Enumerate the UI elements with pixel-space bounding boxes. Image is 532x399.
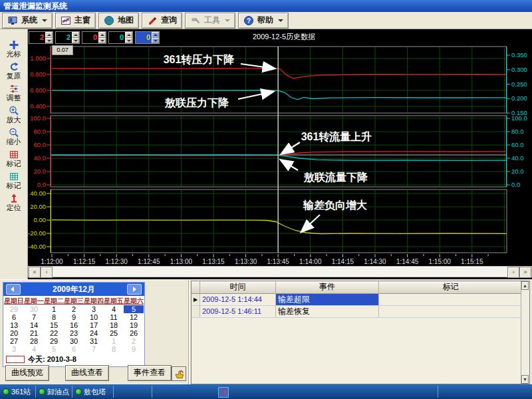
calendar-day[interactable]: 10 bbox=[84, 313, 104, 321]
cursor-cross-icon bbox=[9, 40, 19, 50]
sidebar-item-zoom-in[interactable]: 放大 bbox=[1, 106, 27, 125]
curve-preview-button[interactable]: 曲线预览 bbox=[5, 365, 49, 381]
toolbar-button-system[interactable]: 系统 bbox=[2, 13, 53, 29]
toolbar-button-map[interactable]: 地图 bbox=[98, 13, 139, 29]
chevron-down-icon bbox=[225, 19, 230, 22]
calendar-day[interactable]: 14 bbox=[24, 321, 44, 329]
calendar-next-button[interactable] bbox=[127, 284, 142, 295]
calendar-day[interactable]: 20 bbox=[4, 329, 24, 337]
sidebar-item-restore[interactable]: 复原 bbox=[1, 62, 27, 81]
calendar-day[interactable]: 19 bbox=[124, 321, 144, 329]
sidebar-item-label: 定位 bbox=[7, 203, 21, 212]
calendar-day[interactable]: 25 bbox=[104, 329, 124, 337]
sidebar-item-label: 标记 bbox=[7, 182, 21, 190]
svg-text:1:13:00: 1:13:00 bbox=[170, 258, 193, 265]
calendar-day[interactable]: 9 bbox=[64, 313, 84, 321]
toolbar-button-help[interactable]: ? 帮助 bbox=[238, 13, 289, 29]
sidebar-item-mark-cyan[interactable]: 标记 bbox=[1, 172, 27, 191]
column-header[interactable]: 标记 bbox=[379, 281, 523, 294]
svg-text:1.000: 1.000 bbox=[30, 55, 46, 62]
calendar-day[interactable]: 8 bbox=[104, 345, 124, 353]
svg-text:1:12:45: 1:12:45 bbox=[138, 258, 160, 265]
window-title: 管道泄漏监测系统 bbox=[3, 1, 67, 11]
events-scrollbar[interactable]: ▲ ▼ bbox=[521, 281, 529, 384]
calendar-day[interactable]: 7 bbox=[84, 345, 104, 353]
mark-red-icon bbox=[9, 150, 19, 160]
calendar-day[interactable]: 2 bbox=[64, 305, 84, 313]
calendar-day[interactable]: 31 bbox=[84, 337, 104, 345]
calendar-day[interactable]: 23 bbox=[64, 329, 84, 337]
sidebar-item-zoom-out[interactable]: 缩小 bbox=[1, 128, 27, 147]
svg-text:0.400: 0.400 bbox=[30, 102, 46, 110]
column-header[interactable]: 时间 bbox=[200, 281, 276, 294]
calendar-day[interactable]: 22 bbox=[44, 329, 64, 337]
svg-text:0.800: 0.800 bbox=[30, 70, 46, 78]
calendar-day[interactable]: 18 bbox=[104, 321, 124, 329]
toolbar-button-query[interactable]: 查询 bbox=[142, 13, 182, 29]
calendar-day[interactable]: 17 bbox=[84, 321, 104, 329]
calendar-day[interactable]: 9 bbox=[124, 345, 144, 353]
calendar-day[interactable]: 28 bbox=[24, 337, 44, 345]
calendar-day[interactable]: 3 bbox=[4, 345, 24, 353]
calendar-day[interactable]: 1 bbox=[104, 337, 124, 345]
calendar-day[interactable]: 2 bbox=[124, 337, 144, 345]
sidebar-item-cursor[interactable]: 光标 bbox=[1, 40, 27, 59]
calendar-day[interactable]: 30 bbox=[64, 337, 84, 345]
chart-scrollbar[interactable]: « ‹ › » bbox=[28, 266, 532, 277]
calendar-weekday-label: 星期五 bbox=[104, 297, 124, 305]
sidebar-item-mark-red[interactable]: 标记 bbox=[1, 150, 27, 169]
svg-text:361转压力下降: 361转压力下降 bbox=[164, 54, 235, 65]
calendar-day[interactable]: 8 bbox=[44, 313, 64, 321]
calendar-prev-button[interactable] bbox=[6, 284, 21, 295]
calendar-day[interactable]: 21 bbox=[24, 329, 44, 337]
calendar-day[interactable]: 12 bbox=[124, 313, 144, 321]
svg-text:1:14:15: 1:14:15 bbox=[332, 258, 354, 265]
sidebar-item-adjust[interactable]: 调整 bbox=[1, 84, 27, 103]
calendar-day[interactable]: 11 bbox=[104, 313, 124, 321]
calendar-day[interactable]: 6 bbox=[64, 345, 84, 353]
status-divider bbox=[72, 386, 72, 398]
scroll-last-button[interactable]: » bbox=[519, 267, 531, 278]
sidebar-item-locate[interactable]: 定位 bbox=[1, 194, 27, 213]
scroll-right-button[interactable]: › bbox=[507, 267, 519, 278]
svg-text:100.0: 100.0 bbox=[511, 114, 527, 122]
calendar-day[interactable]: 4 bbox=[104, 305, 124, 313]
calendar-day[interactable]: 29 bbox=[44, 337, 64, 345]
mark-cyan-icon bbox=[9, 172, 19, 182]
event-view-button[interactable]: 事件查看 bbox=[128, 365, 172, 381]
scroll-first-button[interactable]: « bbox=[29, 267, 41, 278]
calendar-day[interactable]: 16 bbox=[64, 321, 84, 329]
calendar-day[interactable]: 15 bbox=[44, 321, 64, 329]
svg-text:敖联压力下降: 敖联压力下降 bbox=[164, 97, 229, 109]
history-chart[interactable]: 1.0000.8000.6000.4000.3500.3000.2500.200… bbox=[28, 29, 532, 266]
station-label: 361站 bbox=[11, 387, 31, 397]
calendar-day[interactable]: 6 bbox=[4, 313, 24, 321]
calendar-day[interactable]: 3 bbox=[84, 305, 104, 313]
calendar-day[interactable]: 27 bbox=[4, 337, 24, 345]
calendar-day[interactable]: 7 bbox=[24, 313, 44, 321]
scroll-track[interactable] bbox=[53, 267, 507, 277]
calendar-day[interactable]: 30 bbox=[24, 305, 44, 313]
calendar-day[interactable]: 1 bbox=[44, 305, 64, 313]
chart-region: 2 2 0 0 0 2009-12-5历史数据 1.0000.8000.6000… bbox=[28, 29, 532, 279]
calendar-day[interactable]: 26 bbox=[124, 329, 144, 337]
today-label[interactable]: 今天: 2010-3-8 bbox=[28, 354, 76, 364]
curve-view-button[interactable]: 曲线查看 bbox=[65, 365, 109, 381]
map-globe-icon bbox=[104, 15, 114, 26]
calendar-day[interactable]: 29 bbox=[4, 305, 24, 313]
column-header[interactable]: 事件 bbox=[276, 281, 379, 294]
calendar-day-selected[interactable]: 5 bbox=[124, 305, 144, 313]
scroll-up-button[interactable]: ▲ bbox=[521, 281, 529, 290]
column-header[interactable] bbox=[192, 281, 200, 294]
event-row[interactable]: ▶2009-12-5 1:14:44输差超限 bbox=[192, 294, 529, 306]
toolbar-button-mainwindow[interactable]: 主窗 bbox=[55, 13, 96, 29]
scroll-left-button[interactable]: ‹ bbox=[41, 267, 53, 278]
pointer-tool-button[interactable] bbox=[172, 366, 186, 381]
calendar-day[interactable]: 4 bbox=[24, 345, 44, 353]
event-row[interactable]: 2009-12-5 1:46:11输差恢复 bbox=[192, 306, 529, 318]
calendar-day[interactable]: 24 bbox=[84, 329, 104, 337]
chevron-left-icon bbox=[11, 287, 14, 292]
scroll-down-button[interactable]: ▼ bbox=[521, 375, 529, 384]
calendar-day[interactable]: 5 bbox=[44, 345, 64, 353]
calendar-day[interactable]: 13 bbox=[4, 321, 24, 329]
